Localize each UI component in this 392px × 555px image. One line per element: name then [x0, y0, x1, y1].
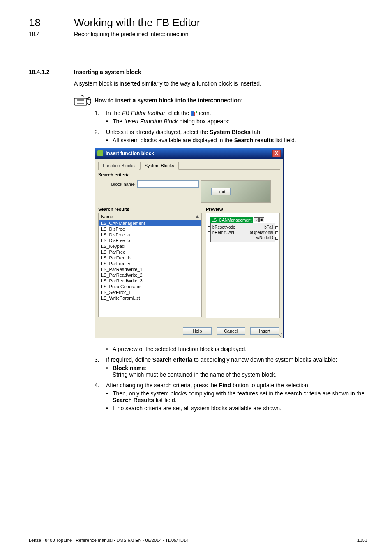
dialog-title: Insert function block [106, 150, 154, 156]
tab-system-blocks[interactable]: System Blocks [140, 162, 179, 170]
svg-line-13 [281, 336, 282, 337]
list-item[interactable]: LS_ParFree [99, 249, 201, 255]
help-button[interactable]: Help [183, 327, 212, 335]
section-number: 18.4 [29, 31, 74, 37]
help-icon[interactable]: ? [254, 217, 259, 222]
list-item[interactable]: LS_ParReadWrite_3 [99, 278, 201, 284]
bullet: • [106, 118, 113, 125]
page-number: 1353 [357, 538, 367, 543]
find-preview-area: Find [201, 180, 271, 203]
divider: _ _ _ _ _ _ _ _ _ _ _ _ _ _ _ _ _ _ _ _ … [29, 50, 367, 56]
howto-heading: How to insert a system block into the in… [95, 97, 243, 104]
subsection-number: 18.4.1.2 [29, 69, 74, 75]
step-body: If required, define Search criteria to a… [106, 356, 367, 378]
tab-function-blocks[interactable]: Function Blocks [98, 162, 139, 170]
preview-block-title: LS_CANManagement [210, 217, 253, 223]
list-item[interactable]: LS_DisFree_b [99, 238, 201, 243]
close-button[interactable]: X [272, 150, 281, 157]
insert-fb-icon [191, 111, 197, 116]
block-name-label: Block name [98, 182, 137, 187]
svg-rect-9 [194, 112, 195, 116]
intro-text: A system block is inserted similarly to … [74, 80, 367, 87]
list-header-name[interactable]: Name [98, 213, 202, 220]
search-criteria-label: Search criteria [98, 172, 280, 177]
find-button[interactable]: Find [211, 188, 231, 195]
svg-rect-8 [191, 111, 194, 116]
list-item[interactable]: LS_CANManagement [99, 220, 201, 226]
list-item[interactable]: LS_ParReadWrite_2 [99, 272, 201, 278]
list-item[interactable]: LS_PulseGenerator [99, 284, 201, 289]
chapter-title: Working with the FB Editor [74, 16, 200, 29]
resize-grip-icon[interactable] [277, 332, 282, 337]
list-item[interactable]: LS_Keypad [99, 243, 201, 249]
list-item[interactable]: LS_ParFree_b [99, 255, 201, 261]
preview-panel: LS_CANManagement ? ▣ bResetNodebFail bRe… [206, 213, 280, 318]
step-body: In the FB Editor toolbar, click the icon… [106, 110, 367, 125]
preview-label: Preview [206, 207, 280, 212]
step-number: 4. [95, 382, 106, 388]
bullet-text: A preview of the selected function block… [113, 346, 367, 352]
block-name-input[interactable] [137, 180, 199, 188]
list-item[interactable]: LS_ParReadWrite_1 [99, 266, 201, 272]
results-list[interactable]: LS_CANManagement LS_DisFree LS_DisFree_a… [98, 220, 202, 317]
chapter-number: 18 [29, 16, 74, 29]
bullet: • [106, 390, 113, 403]
sort-indicator-icon [196, 215, 199, 218]
svg-rect-10 [196, 111, 197, 113]
dialog-icon [97, 150, 103, 156]
subsection-title: Inserting a system block [74, 69, 141, 75]
list-item[interactable]: LS_WriteParamList [99, 295, 201, 301]
list-item[interactable]: LS_SetError_1 [99, 289, 201, 295]
preview-block-body: bResetNodebFail bReInitCANbOperational w… [210, 223, 275, 242]
dialog-titlebar[interactable]: Insert function block X [95, 148, 283, 159]
footer-left: Lenze · 8400 TopLine · Reference manual … [29, 538, 189, 543]
cancel-button[interactable]: Cancel [217, 327, 245, 335]
mouse-icon [74, 95, 91, 106]
bullet: • [106, 405, 113, 412]
step-number: 2. [95, 129, 106, 135]
step-body: Unless it is already displayed, select t… [106, 129, 367, 143]
insert-button[interactable]: Insert [250, 327, 279, 335]
step-number: 1. [95, 110, 106, 116]
section-title: Reconfiguring the predefined interconnec… [74, 31, 189, 37]
list-item[interactable]: LS_DisFree [99, 226, 201, 232]
step-number: 3. [95, 356, 106, 363]
insert-function-block-dialog: Insert function block X Function Blocks … [95, 148, 284, 338]
list-item[interactable]: LS_DisFree_a [99, 232, 201, 238]
bullet: • [106, 365, 113, 378]
step-body: After changing the search criteria, pres… [106, 382, 367, 412]
block-options-icon[interactable]: ▣ [259, 217, 264, 222]
bullet: • [106, 137, 113, 143]
bullet: • [106, 346, 113, 352]
list-item[interactable]: LS_ParFree_v [99, 261, 201, 266]
search-results-label: Search results [98, 207, 202, 212]
